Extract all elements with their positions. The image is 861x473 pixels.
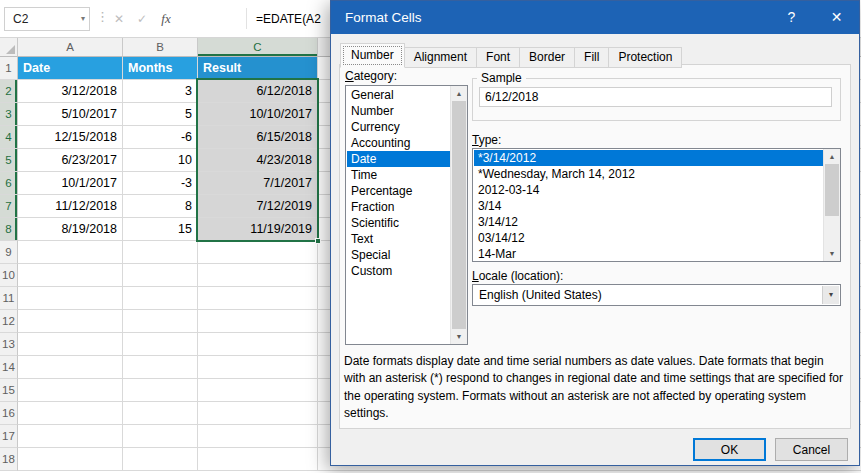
category-scrollbar[interactable]: ▲ ▼: [450, 86, 467, 344]
cell-A9[interactable]: [18, 241, 123, 264]
cell-C17[interactable]: [198, 425, 318, 448]
cell-A17[interactable]: [18, 425, 123, 448]
cell-C1[interactable]: Result: [198, 57, 318, 80]
cell-A2[interactable]: 3/12/2018: [18, 80, 123, 103]
row-header-8[interactable]: 8: [0, 218, 18, 241]
category-item[interactable]: Scientific: [347, 215, 450, 231]
type-item[interactable]: 03/14/12: [474, 230, 823, 246]
row-header-6[interactable]: 6: [0, 172, 18, 195]
type-item[interactable]: *3/14/2012: [474, 150, 823, 166]
category-item[interactable]: Fraction: [347, 199, 450, 215]
cell-A16[interactable]: [18, 402, 123, 425]
cancel-button[interactable]: Cancel: [775, 438, 848, 461]
tab-font[interactable]: Font: [476, 47, 520, 68]
cell-C16[interactable]: [198, 402, 318, 425]
cell-B16[interactable]: [123, 402, 198, 425]
name-box[interactable]: C2 ▾: [4, 7, 90, 31]
row-header-13[interactable]: 13: [0, 333, 18, 356]
combobox-dropdown-icon[interactable]: ▾: [822, 286, 839, 304]
cell-B2[interactable]: 3: [123, 80, 198, 103]
cell-B6[interactable]: -3: [123, 172, 198, 195]
category-item[interactable]: General: [347, 87, 450, 103]
type-item[interactable]: 3/14/12: [474, 214, 823, 230]
row-header-4[interactable]: 4: [0, 126, 18, 149]
cell-A5[interactable]: 6/23/2017: [18, 149, 123, 172]
category-item[interactable]: Date: [347, 151, 450, 167]
close-button[interactable]: ✕: [814, 1, 859, 34]
cell-B9[interactable]: [123, 241, 198, 264]
row-header-9[interactable]: 9: [0, 241, 18, 264]
row-header-15[interactable]: 15: [0, 379, 18, 402]
cell-B10[interactable]: [123, 264, 198, 287]
row-header-12[interactable]: 12: [0, 310, 18, 333]
cell-B13[interactable]: [123, 333, 198, 356]
cell-A14[interactable]: [18, 356, 123, 379]
tab-protection[interactable]: Protection: [608, 47, 682, 68]
column-header-A[interactable]: A: [18, 38, 123, 57]
category-item[interactable]: Percentage: [347, 183, 450, 199]
cell-A11[interactable]: [18, 287, 123, 310]
cell-A15[interactable]: [18, 379, 123, 402]
cell-B8[interactable]: 15: [123, 218, 198, 241]
category-scrollbar-thumb[interactable]: [452, 101, 466, 329]
category-item[interactable]: Custom: [347, 263, 450, 279]
row-header-10[interactable]: 10: [0, 264, 18, 287]
dialog-titlebar[interactable]: Format Cells ? ✕: [331, 1, 859, 34]
cell-A3[interactable]: 5/10/2017: [18, 103, 123, 126]
cell-C18[interactable]: [198, 448, 318, 471]
cell-A12[interactable]: [18, 310, 123, 333]
column-header-B[interactable]: B: [123, 38, 198, 57]
type-item[interactable]: *Wednesday, March 14, 2012: [474, 166, 823, 182]
row-header-2[interactable]: 2: [0, 80, 18, 103]
category-item[interactable]: Currency: [347, 119, 450, 135]
scroll-down-icon[interactable]: ▼: [824, 246, 840, 261]
cell-C13[interactable]: [198, 333, 318, 356]
category-item[interactable]: Time: [347, 167, 450, 183]
ok-button[interactable]: OK: [693, 438, 766, 461]
cell-C9[interactable]: [198, 241, 318, 264]
cell-A13[interactable]: [18, 333, 123, 356]
cell-A4[interactable]: 12/15/2018: [18, 126, 123, 149]
type-item[interactable]: 14-Mar: [474, 246, 823, 260]
locale-combobox[interactable]: English (United States) ▾: [472, 284, 841, 306]
cell-A7[interactable]: 11/12/2018: [18, 195, 123, 218]
formula-input[interactable]: =EDATE(A2: [256, 7, 321, 31]
row-header-17[interactable]: 17: [0, 425, 18, 448]
tab-number[interactable]: Number: [340, 43, 405, 68]
row-header-5[interactable]: 5: [0, 149, 18, 172]
help-button[interactable]: ?: [769, 1, 814, 34]
cell-B14[interactable]: [123, 356, 198, 379]
cell-C6[interactable]: 7/1/2017: [198, 172, 318, 195]
cell-B4[interactable]: -6: [123, 126, 198, 149]
cell-B3[interactable]: 5: [123, 103, 198, 126]
row-header-3[interactable]: 3: [0, 103, 18, 126]
row-header-11[interactable]: 11: [0, 287, 18, 310]
cell-C11[interactable]: [198, 287, 318, 310]
cell-B1[interactable]: Months: [123, 57, 198, 80]
cell-C2[interactable]: 6/12/2018: [198, 80, 318, 103]
cell-A8[interactable]: 8/19/2018: [18, 218, 123, 241]
category-item[interactable]: Accounting: [347, 135, 450, 151]
type-scrollbar[interactable]: ▲ ▼: [823, 149, 840, 261]
cell-A18[interactable]: [18, 448, 123, 471]
cell-C12[interactable]: [198, 310, 318, 333]
category-item[interactable]: Special: [347, 247, 450, 263]
row-header-1[interactable]: 1: [0, 57, 18, 80]
type-item[interactable]: 2012-03-14: [474, 182, 823, 198]
column-header-C[interactable]: C: [198, 38, 318, 57]
row-header-7[interactable]: 7: [0, 195, 18, 218]
cell-C3[interactable]: 10/10/2017: [198, 103, 318, 126]
category-listbox[interactable]: GeneralNumberCurrencyAccountingDateTimeP…: [345, 85, 468, 345]
scroll-up-icon[interactable]: ▲: [451, 86, 467, 101]
type-listbox[interactable]: *3/14/2012*Wednesday, March 14, 20122012…: [472, 148, 841, 262]
tab-border[interactable]: Border: [519, 47, 575, 68]
cell-A1[interactable]: Date: [18, 57, 123, 80]
cell-B7[interactable]: 8: [123, 195, 198, 218]
cell-B5[interactable]: 10: [123, 149, 198, 172]
cancel-entry-button[interactable]: ✕: [108, 7, 130, 31]
type-scrollbar-thumb[interactable]: [825, 164, 839, 216]
select-all-button[interactable]: [0, 38, 18, 57]
cell-B18[interactable]: [123, 448, 198, 471]
cell-B12[interactable]: [123, 310, 198, 333]
type-item[interactable]: 3/14: [474, 198, 823, 214]
